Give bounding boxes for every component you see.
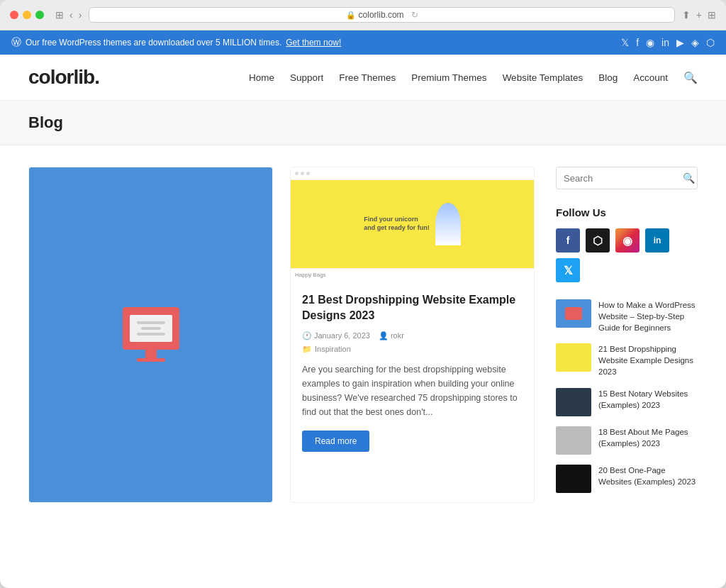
instagram-banner-icon[interactable]: ◉ [646,37,654,48]
recent-post-title-3[interactable]: 15 Best Notary Websites (Examples) 2023 [598,388,698,411]
thumb-monitor [565,307,582,320]
nav-website-templates[interactable]: Website Templates [503,72,583,83]
forward-icon[interactable]: › [79,9,82,21]
thumb-2-content: Find your unicornand get ready for fun! … [291,167,534,281]
thumb-dot-2 [301,172,304,175]
minimize-button[interactable] [23,11,31,19]
sidebar-toggle-icon[interactable]: ⊞ [55,9,64,21]
page-title: Blog [28,113,698,132]
thumb-2-banner: Find your unicornand get ready for fun! [291,180,534,268]
recent-thumb-2 [556,343,591,372]
recent-post-title-4[interactable]: 18 Best About Me Pages (Examples) 2023 [598,426,698,449]
traffic-lights [10,11,44,19]
screen-line-2 [141,327,161,330]
thumb-2-figure [435,203,461,245]
nav-account[interactable]: Account [633,72,668,83]
recent-post-title-2[interactable]: 21 Best Dropshipping Website Example Des… [598,343,698,377]
main-nav: Home Support Free Themes Premium Themes … [249,71,698,84]
facebook-icon[interactable]: f [556,228,580,253]
github-icon[interactable]: ⬡ [586,228,610,253]
browser-titlebar: ⊞ ‹ › 🔒 colorlib.com ↻ ⬆ + ⊞ [0,0,726,30]
site-header: colorlib. Home Support Free Themes Premi… [0,55,726,101]
recent-post-4: 18 Best About Me Pages (Examples) 2023 [556,426,698,455]
sidebar: 🔍 Follow Us f ⬡ ◉ in 𝕏 [556,167,698,503]
monitor-stand [145,350,157,358]
recent-post-2: 21 Best Dropshipping Website Example Des… [556,343,698,377]
nav-premium-themes[interactable]: Premium Themes [411,72,486,83]
follow-section: Follow Us f ⬡ ◉ in 𝕏 [556,206,698,282]
thumb-dot-1 [295,172,298,175]
recent-thumb-img-2 [556,343,591,372]
close-button[interactable] [10,11,18,19]
social-icons: f ⬡ ◉ in 𝕏 [556,228,698,282]
wordpress-icon: Ⓦ [11,36,21,49]
lock-icon: 🔒 [346,11,356,20]
browser-actions: ⬆ + ⊞ [682,9,716,21]
screen-line-1 [137,321,165,324]
folder-icon-2: 📁 [302,345,312,354]
facebook-banner-icon[interactable]: f [636,37,639,48]
github-banner-icon[interactable]: ⬡ [706,37,715,48]
user-icon-2: 👤 [379,331,389,340]
post-body-1: How to Make a WordPress Website – Step-b… [29,502,272,503]
nav-support[interactable]: Support [290,72,323,83]
post-body-2: 21 Best Dropshipping Website Example Des… [291,281,534,463]
back-icon[interactable]: ‹ [69,9,73,21]
twitter-banner-icon[interactable]: 𝕏 [621,37,629,48]
search-box[interactable]: 🔍 [556,167,698,189]
read-more-button-2[interactable]: Read more [302,431,369,452]
nav-home[interactable]: Home [249,72,274,83]
post-meta-2: 🕐 January 6, 2023 👤 rokr [302,331,523,340]
monitor-body [123,307,179,350]
youtube-banner-icon[interactable]: ▶ [676,37,684,48]
url-text: colorlib.com [359,10,404,20]
post-author-2: 👤 rokr [379,331,404,340]
screen-line-3 [137,333,165,335]
nav-free-themes[interactable]: Free Themes [339,72,396,83]
blog-posts: How to Make a WordPress Website – Step-b… [28,167,535,503]
linkedin-icon[interactable]: in [645,228,669,253]
fullscreen-button[interactable] [35,11,44,19]
banner-message: Our free WordPress themes are downloaded… [26,38,281,48]
search-input[interactable] [564,173,683,184]
address-bar[interactable]: 🔒 colorlib.com ↻ [89,7,674,23]
post-date-2: 🕐 January 6, 2023 [302,331,370,340]
post-thumbnail-1 [29,167,272,502]
rss-banner-icon[interactable]: ◈ [691,37,699,48]
logo-dot: . [94,66,99,88]
recent-thumb-1 [556,299,591,328]
twitter-icon[interactable]: 𝕏 [556,258,580,282]
post-title-2[interactable]: 21 Best Dropshipping Website Example Des… [302,292,523,324]
reload-icon[interactable]: ↻ [411,10,418,20]
tabs-icon[interactable]: ⊞ [708,9,716,21]
recent-posts: How to Make a WordPress Website – Step-b… [556,299,698,493]
instagram-icon[interactable]: ◉ [615,228,640,253]
post-category-2: 📁 Inspiration [302,345,523,354]
header-search-icon[interactable]: 🔍 [683,71,698,84]
thumb-2-footer: Happy Bags [291,268,534,281]
recent-post-title-5[interactable]: 20 Best One-Page Websites (Examples) 202… [598,465,698,487]
nav-blog[interactable]: Blog [598,72,618,83]
recent-thumb-img-1 [556,299,591,328]
site-logo[interactable]: colorlib. [28,66,99,89]
search-icon[interactable]: 🔍 [683,172,695,184]
clock-icon-2: 🕐 [302,331,312,340]
banner-text: Ⓦ Our free WordPress themes are download… [11,36,341,49]
recent-post-title-1[interactable]: How to Make a WordPress Website – Step-b… [598,299,698,333]
recent-thumb-3 [556,388,591,416]
follow-us-title: Follow Us [556,206,698,218]
banner-cta[interactable]: Get them now! [286,38,341,48]
post-card-2: Find your unicornand get ready for fun! … [290,167,535,503]
monitor-screen [130,315,172,342]
browser-window: ⊞ ‹ › 🔒 colorlib.com ↻ ⬆ + ⊞ Ⓦ Our free … [0,0,726,588]
recent-thumb-img-5 [556,465,591,493]
recent-post-3: 15 Best Notary Websites (Examples) 2023 [556,388,698,416]
recent-post-1: How to Make a WordPress Website – Step-b… [556,299,698,333]
page-title-bar: Blog [0,101,726,145]
share-icon[interactable]: ⬆ [682,9,691,21]
recent-thumb-5 [556,465,591,493]
linkedin-banner-icon[interactable]: in [661,37,669,48]
banner-socials: 𝕏 f ◉ in ▶ ◈ ⬡ [621,37,715,48]
new-tab-icon[interactable]: + [696,9,702,21]
monitor-illustration [123,307,179,362]
